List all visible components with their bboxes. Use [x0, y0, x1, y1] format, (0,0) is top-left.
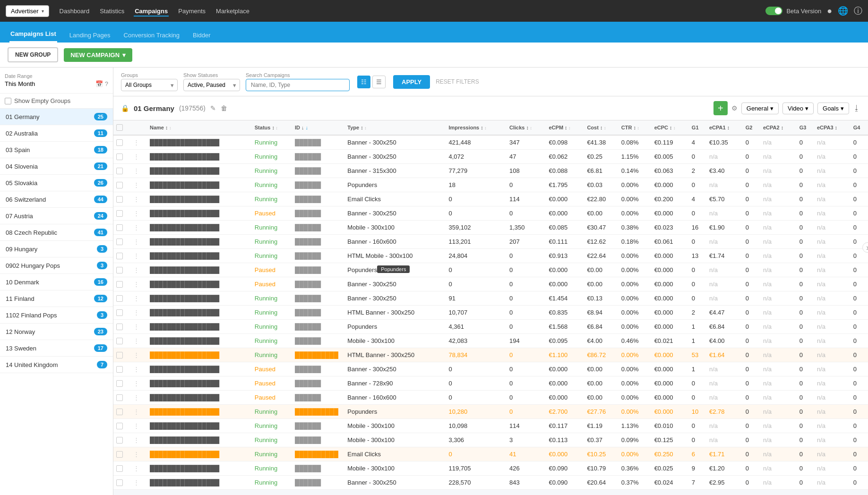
sidebar-group-item[interactable]: 02 Australia11 — [0, 125, 113, 142]
nav-campaigns[interactable]: Campaigns — [134, 6, 169, 17]
help-date-icon[interactable]: ? — [105, 80, 108, 87]
drag-handle-icon[interactable]: ⋮ — [133, 408, 139, 415]
drag-handle-icon[interactable]: ⋮ — [133, 309, 139, 316]
row-checkbox[interactable] — [113, 235, 130, 249]
sidebar-group-item[interactable]: 03 Spain18 — [0, 142, 113, 158]
row-checkbox[interactable] — [113, 447, 130, 461]
sidebar-group-item[interactable]: 08 Czech Republic41 — [0, 224, 113, 241]
row-checkbox[interactable] — [113, 291, 130, 306]
row-checkbox[interactable] — [113, 135, 130, 150]
row-checkbox[interactable] — [113, 476, 130, 490]
drag-handle-icon[interactable]: ⋮ — [133, 351, 139, 358]
new-group-button[interactable]: NEW GROUP — [8, 47, 58, 62]
view-list-button[interactable]: ☰ — [372, 76, 386, 88]
row-checkbox[interactable] — [113, 405, 130, 419]
subnav-landing-pages[interactable]: Landing Pages — [69, 27, 112, 43]
row-checkbox[interactable] — [113, 334, 130, 348]
statuses-select[interactable]: Active, Paused — [183, 79, 240, 91]
row-checkbox[interactable] — [113, 433, 130, 447]
sidebar-group-item[interactable]: 1102 Finland Pops3 — [0, 307, 113, 324]
sidebar-group-item[interactable]: 14 United Kingdom7 — [0, 357, 113, 373]
reset-filters-button[interactable]: RESET FILTERS — [436, 78, 479, 85]
row-checkbox[interactable] — [113, 221, 130, 235]
drag-handle-icon[interactable]: ⋮ — [133, 210, 139, 217]
row-checkbox[interactable] — [113, 249, 130, 263]
sidebar-group-item[interactable]: 11 Finland12 — [0, 290, 113, 307]
drag-handle-icon[interactable]: ⋮ — [133, 266, 139, 273]
row-checkbox[interactable] — [113, 419, 130, 433]
video-dropdown[interactable]: Video ▾ — [782, 102, 814, 114]
download-icon[interactable]: ⭳ — [853, 104, 860, 112]
nav-payments[interactable]: Payments — [177, 6, 206, 17]
groups-select[interactable]: All Groups — [121, 79, 178, 91]
row-checkbox[interactable] — [113, 178, 130, 192]
sidebar-group-item[interactable]: 10 Denmark16 — [0, 274, 113, 290]
row-checkbox[interactable] — [113, 206, 130, 221]
row-checkbox[interactable] — [113, 150, 130, 164]
nav-statistics[interactable]: Statistics — [99, 6, 125, 17]
user-icon[interactable]: ● — [827, 6, 832, 16]
row-checkbox[interactable] — [113, 306, 130, 320]
drag-handle-icon[interactable]: ⋮ — [133, 380, 139, 387]
drag-handle-icon[interactable]: ⋮ — [133, 422, 139, 429]
drag-handle-icon[interactable]: ⋮ — [133, 465, 139, 472]
subnav-bidder[interactable]: Bidder — [192, 27, 212, 43]
new-campaign-button[interactable]: NEW CAMPAIGN ▾ — [64, 48, 132, 62]
th-id[interactable]: ID ↓ — [292, 120, 344, 135]
th-status[interactable]: Status ↕ — [252, 120, 292, 135]
sidebar-group-item[interactable]: 04 Slovenia21 — [0, 158, 113, 175]
drag-handle-icon[interactable]: ⋮ — [133, 451, 139, 458]
drag-handle-icon[interactable]: ⋮ — [133, 167, 139, 174]
drag-handle-icon[interactable]: ⋮ — [133, 224, 139, 231]
th-ecpc[interactable]: eCPC ↕ — [652, 120, 689, 135]
drag-handle-icon[interactable]: ⋮ — [133, 479, 139, 486]
nav-marketplace[interactable]: Marketplace — [215, 6, 250, 17]
drag-handle-icon[interactable]: ⋮ — [133, 436, 139, 444]
view-grid-button[interactable]: ☷ — [357, 76, 370, 88]
drag-handle-icon[interactable]: ⋮ — [133, 323, 139, 330]
delete-group-icon[interactable]: 🗑 — [221, 104, 227, 112]
row-checkbox[interactable] — [113, 320, 130, 334]
drag-handle-icon[interactable]: ⋮ — [133, 366, 139, 373]
row-checkbox[interactable] — [113, 362, 130, 376]
drag-handle-icon[interactable]: ⋮ — [133, 153, 139, 160]
general-dropdown[interactable]: General ▾ — [741, 102, 779, 114]
th-cost[interactable]: Cost ↕ — [584, 120, 618, 135]
sidebar-group-item[interactable]: 07 Austria24 — [0, 208, 113, 224]
apply-button[interactable]: APPLY — [393, 75, 430, 89]
drag-handle-icon[interactable]: ⋮ — [133, 252, 139, 259]
th-ecpm[interactable]: eCPM ↕ — [546, 120, 584, 135]
row-checkbox[interactable] — [113, 461, 130, 476]
drag-handle-icon[interactable]: ⋮ — [133, 281, 139, 288]
row-checkbox[interactable] — [113, 263, 130, 277]
search-input[interactable] — [246, 79, 350, 91]
subnav-conversion-tracking[interactable]: Conversion Tracking — [123, 27, 181, 43]
sidebar-group-item[interactable]: 13 Sweden17 — [0, 340, 113, 357]
drag-handle-icon[interactable]: ⋮ — [133, 394, 139, 401]
drag-handle-icon[interactable]: ⋮ — [133, 238, 139, 245]
beta-toggle-switch[interactable] — [765, 7, 782, 15]
row-checkbox[interactable] — [113, 391, 130, 405]
row-checkbox[interactable] — [113, 376, 130, 391]
sidebar-group-item[interactable]: 09 Hungary3 — [0, 241, 113, 257]
th-name[interactable]: Name ↕ — [147, 120, 252, 135]
sidebar-group-item[interactable]: 05 Slovakia26 — [0, 175, 113, 191]
drag-handle-icon[interactable]: ⋮ — [133, 139, 139, 146]
nav-dashboard[interactable]: Dashboard — [59, 6, 91, 17]
drag-handle-icon[interactable]: ⋮ — [133, 196, 139, 203]
sidebar-group-item[interactable]: 06 Switzerland44 — [0, 191, 113, 208]
row-checkbox[interactable] — [113, 277, 130, 291]
row-checkbox[interactable] — [113, 348, 130, 362]
drag-handle-icon[interactable]: ⋮ — [133, 295, 139, 302]
show-empty-groups-row[interactable]: Show Empty Groups — [0, 94, 113, 109]
settings-icon[interactable]: ⚙ — [731, 104, 738, 112]
advertiser-button[interactable]: Advertiser ▾ — [6, 5, 49, 17]
calendar-icon[interactable]: 📅 — [95, 80, 103, 87]
add-campaign-button[interactable]: + — [713, 101, 728, 115]
th-ctr[interactable]: CTR ↕ — [619, 120, 652, 135]
globe-icon[interactable]: 🌐 — [838, 6, 848, 16]
sidebar-group-item[interactable]: 12 Norway23 — [0, 324, 113, 340]
th-clicks[interactable]: Clicks ↕ — [507, 120, 546, 135]
drag-handle-icon[interactable]: ⋮ — [133, 181, 139, 188]
th-type[interactable]: Type ↕ — [344, 120, 446, 135]
